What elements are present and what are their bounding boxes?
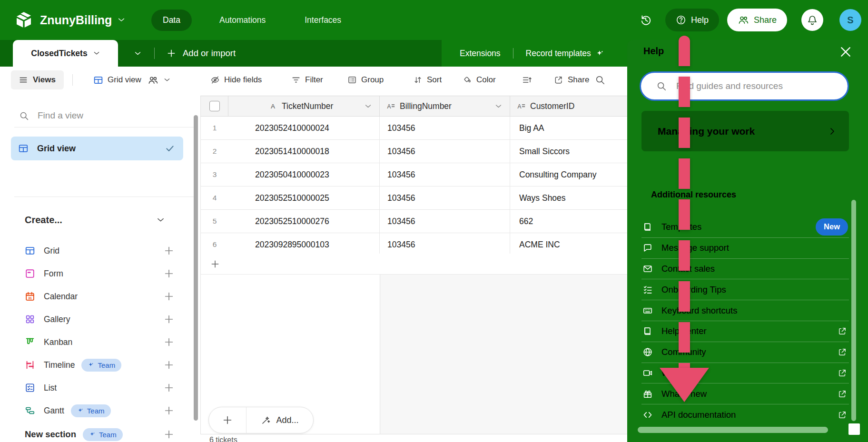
cell-ticketnumber[interactable]: 2023052510000276 xyxy=(228,210,380,233)
sidebar-item-new-section[interactable]: New section Team xyxy=(0,423,200,442)
views-button[interactable]: Views xyxy=(11,70,64,89)
help-search-input[interactable] xyxy=(675,80,834,92)
table-list-dropdown[interactable] xyxy=(129,47,146,60)
create-section-header[interactable]: Create... xyxy=(25,213,177,227)
sidebar-item-form[interactable]: Form xyxy=(0,262,200,285)
help-button[interactable]: Help xyxy=(665,9,719,31)
group-button[interactable]: Group xyxy=(347,67,384,93)
row-number[interactable]: 5 xyxy=(200,210,228,233)
row-number[interactable]: 4 xyxy=(200,187,228,209)
add-view-button[interactable] xyxy=(164,246,174,256)
table-row[interactable]: 62023092895000103103456ACME INC xyxy=(200,233,661,256)
hide-fields-button[interactable]: Hide fields xyxy=(210,67,262,93)
help-item-api-documentation[interactable]: API documentation xyxy=(641,404,849,425)
find-view-search[interactable] xyxy=(19,108,181,124)
add-view-button[interactable] xyxy=(164,405,174,416)
tab-data[interactable]: Data xyxy=(151,10,192,31)
cell-ticketnumber[interactable]: 2023092895000103 xyxy=(228,233,380,256)
cell-ticketnumber[interactable]: 2023052410000024 xyxy=(228,117,380,139)
filter-button[interactable]: Filter xyxy=(291,67,323,93)
cell-billingnumber[interactable]: 103456 xyxy=(380,163,510,186)
help-item-templates[interactable]: TemplatesNew xyxy=(641,216,849,237)
extensions-button[interactable]: Extensions xyxy=(447,49,513,59)
add-view-button[interactable] xyxy=(164,268,174,279)
list-icon xyxy=(25,383,35,393)
add-with-ai-button[interactable]: Add... xyxy=(247,407,313,433)
record-templates-button[interactable]: Record templates xyxy=(513,49,609,59)
cell-ticketnumber[interactable]: 2023050410000023 xyxy=(228,163,380,186)
help-panel-vertical-scrollbar[interactable] xyxy=(851,200,856,421)
cell-billingnumber[interactable]: 103456 xyxy=(380,117,510,139)
notifications-button[interactable] xyxy=(801,9,823,31)
tab-automations[interactable]: Automations xyxy=(208,10,277,31)
column-header-billingnumber[interactable]: A BillingNumber xyxy=(380,96,510,116)
search-records-button[interactable] xyxy=(595,67,605,93)
sort-button[interactable]: Sort xyxy=(413,67,442,93)
chevron-down-icon[interactable] xyxy=(157,216,165,224)
add-view-button[interactable] xyxy=(164,314,174,324)
sidebar-item-grid[interactable]: Grid xyxy=(0,239,200,262)
table-tab-closedtickets[interactable]: ClosedTickets xyxy=(13,40,118,67)
table-row[interactable]: 22023051410000018103456Small Siccors xyxy=(200,140,661,163)
sidebar-item-grid-view-selected[interactable]: Grid view xyxy=(11,137,183,160)
row-number[interactable]: 2 xyxy=(200,140,228,163)
sidebar-item-list[interactable]: List xyxy=(0,376,200,399)
row-number[interactable]: 1 xyxy=(200,117,228,139)
close-icon[interactable] xyxy=(838,45,853,59)
view-share-button[interactable]: Share xyxy=(554,67,589,93)
sidebar-item-calendar[interactable]: 31Calendar xyxy=(0,285,200,308)
row-number[interactable]: 6 xyxy=(200,233,228,256)
sidebar-item-gantt[interactable]: GanttTeam xyxy=(0,399,200,422)
add-or-import-button[interactable]: Add or import xyxy=(167,40,236,67)
add-view-button[interactable] xyxy=(164,383,174,393)
table-row[interactable]: 42023052510000025103456Ways Shoes xyxy=(200,187,661,210)
sidebar-item-timeline[interactable]: TimelineTeam xyxy=(0,354,200,376)
add-view-button[interactable] xyxy=(164,337,174,347)
cell-ticketnumber[interactable]: 2023051410000018 xyxy=(228,140,380,163)
add-record-row[interactable] xyxy=(200,254,661,275)
selected-view-label: Grid view xyxy=(37,144,76,154)
sidebar-item-kanban[interactable]: Kanban xyxy=(0,331,200,354)
column-header-ticketnumber[interactable]: A TicketNumber xyxy=(228,96,380,116)
cell-billingnumber[interactable]: 103456 xyxy=(380,140,510,163)
help-item-message-support[interactable]: Message support xyxy=(641,237,849,258)
current-view-selector[interactable]: Grid view xyxy=(93,67,170,93)
help-search-box[interactable] xyxy=(640,71,849,101)
managing-your-work-card[interactable]: Managing your work xyxy=(641,111,849,151)
tab-interfaces[interactable]: Interfaces xyxy=(293,10,353,31)
help-item-onboarding-tips[interactable]: Onboarding Tips xyxy=(641,279,849,300)
add-view-button[interactable] xyxy=(164,291,174,302)
table-row[interactable]: 52023052510000276103456662 xyxy=(200,210,661,233)
sidebar-item-gallery[interactable]: Gallery xyxy=(0,308,200,331)
add-record-button[interactable] xyxy=(209,407,246,433)
find-view-input[interactable] xyxy=(37,110,162,121)
help-item-contact-sales[interactable]: Contact sales xyxy=(641,258,849,279)
chevron-down-icon[interactable] xyxy=(365,103,372,110)
cell-ticketnumber[interactable]: 2023052510000025 xyxy=(228,187,380,209)
table-row[interactable]: 32023050410000023103456Consulting Compan… xyxy=(200,163,661,187)
chevron-down-icon[interactable] xyxy=(93,50,100,57)
cell-billingnumber[interactable]: 103456 xyxy=(380,233,510,256)
history-button[interactable] xyxy=(640,0,659,40)
cell-billingnumber[interactable]: 103456 xyxy=(380,210,510,233)
chevron-down-icon[interactable] xyxy=(495,103,502,110)
cell-billingnumber[interactable]: 103456 xyxy=(380,187,510,209)
color-button[interactable]: Color xyxy=(463,67,496,93)
sidebar-scrollbar[interactable] xyxy=(194,115,198,421)
table-row[interactable]: 12023052410000024103456Big AA xyxy=(200,117,661,140)
help-item-help-center[interactable]: Help center xyxy=(641,321,849,342)
color-label: Color xyxy=(476,75,496,85)
help-panel-horizontal-scrollbar[interactable] xyxy=(638,427,828,433)
chevron-down-icon[interactable] xyxy=(118,16,125,24)
app-title[interactable]: ZnunyBilling xyxy=(40,0,125,40)
help-item-keyboard-shortcuts[interactable]: Keyboard shortcuts xyxy=(641,300,849,321)
add-view-button[interactable] xyxy=(164,360,174,370)
share-button[interactable]: Share xyxy=(727,9,787,31)
select-all-checkbox[interactable] xyxy=(209,101,220,111)
row-height-button[interactable] xyxy=(522,67,532,93)
row-number[interactable]: 3 xyxy=(200,163,228,186)
user-avatar[interactable]: S xyxy=(839,9,861,31)
help-item-community[interactable]: Community xyxy=(641,342,849,363)
plus-icon xyxy=(222,415,233,425)
add-section-button[interactable] xyxy=(164,429,174,440)
